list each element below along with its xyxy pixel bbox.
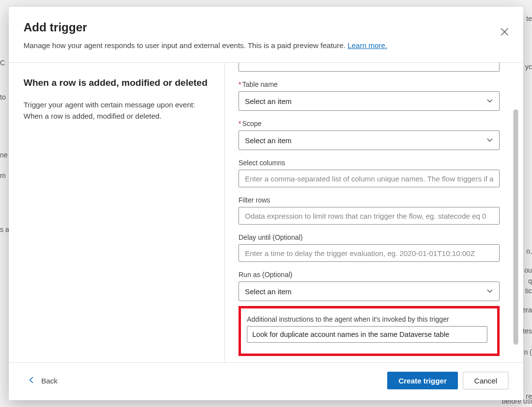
bg-text: ou	[524, 266, 532, 274]
field-table-name: *Table name Select an item	[239, 80, 500, 111]
select-scope[interactable]: Select an item	[239, 130, 500, 150]
select-value: Select an item	[245, 287, 292, 296]
label-instructions: Additional instructions to the agent whe…	[247, 315, 487, 323]
label-run-as: Run as (Optional)	[239, 271, 500, 279]
bg-text: m	[0, 172, 6, 179]
bg-text: yc	[525, 63, 532, 71]
modal-body: When a row is added, modified or deleted…	[9, 63, 523, 362]
label-select-columns: Select columns	[239, 159, 500, 167]
learn-more-link[interactable]: Learn more.	[347, 41, 387, 50]
field-scope: *Scope Select an item	[239, 120, 500, 150]
trigger-description: Trigger your agent with certain message …	[24, 99, 210, 122]
bg-text: tic	[525, 287, 532, 295]
select-value: Select an item	[245, 97, 292, 105]
scroll-down-arrow[interactable]	[511, 350, 519, 357]
modal-title: Add trigger	[24, 21, 508, 34]
scrollbar-thumb[interactable]	[513, 109, 518, 345]
close-button[interactable]	[498, 25, 511, 39]
select-table-name[interactable]: Select an item	[239, 91, 500, 111]
label-scope: *Scope	[239, 120, 500, 127]
bg-text: ne	[0, 151, 8, 159]
chevron-left-icon	[28, 376, 34, 385]
modal-subtitle: Manage how your agent responds to user i…	[24, 40, 508, 51]
label-table-name: *Table name	[239, 80, 500, 88]
scroll-up-arrow[interactable]	[511, 68, 519, 76]
bg-text: q	[528, 277, 532, 285]
bg-text: tes	[523, 327, 532, 335]
input-instructions[interactable]	[247, 326, 487, 343]
bg-text: C	[0, 59, 5, 67]
bg-text: n (	[524, 348, 532, 356]
add-trigger-modal: Add trigger Manage how your agent respon…	[9, 7, 523, 400]
back-label: Back	[41, 377, 57, 385]
chevron-down-icon	[486, 287, 493, 296]
input-filter-rows[interactable]	[239, 207, 500, 225]
chevron-down-icon	[486, 136, 493, 145]
bg-text: era	[522, 306, 532, 314]
field-select-columns: Select columns	[239, 159, 500, 187]
bg-text: o,	[526, 247, 532, 255]
select-run-as[interactable]: Select an item	[239, 281, 500, 301]
highlight-instructions: Additional instructions to the agent whe…	[239, 306, 500, 356]
trigger-name-heading: When a row is added, modified or deleted	[24, 77, 210, 88]
field-filter-rows: Filter rows	[239, 196, 500, 225]
modal-header: Add trigger Manage how your agent respon…	[9, 7, 523, 63]
subtitle-text: Manage how your agent responds to user i…	[24, 41, 347, 50]
label-delay-until: Delay until (Optional)	[239, 233, 500, 241]
footer-actions: Create trigger Cancel	[387, 372, 508, 389]
bg-text: s a	[0, 226, 9, 233]
chevron-down-icon	[486, 97, 493, 105]
create-trigger-button[interactable]: Create trigger	[387, 372, 458, 389]
bg-text: te	[526, 15, 532, 23]
input-delay-until[interactable]	[239, 244, 500, 262]
form-scroll: *Table name Select an item *Scope Select…	[239, 63, 500, 362]
select-value: Select an item	[245, 136, 292, 145]
previous-field-cutoff[interactable]	[239, 63, 500, 72]
bg-text: to	[0, 93, 6, 101]
back-button[interactable]: Back	[28, 376, 57, 385]
label-filter-rows: Filter rows	[239, 196, 500, 204]
form-pane: *Table name Select an item *Scope Select…	[225, 63, 523, 362]
field-delay-until: Delay until (Optional)	[239, 233, 500, 262]
left-pane: When a row is added, modified or deleted…	[9, 63, 225, 362]
modal-footer: Back Create trigger Cancel	[9, 362, 523, 400]
close-icon	[501, 28, 508, 37]
field-run-as: Run as (Optional) Select an item	[239, 271, 500, 301]
input-select-columns[interactable]	[239, 170, 500, 187]
cancel-button[interactable]: Cancel	[463, 372, 508, 389]
